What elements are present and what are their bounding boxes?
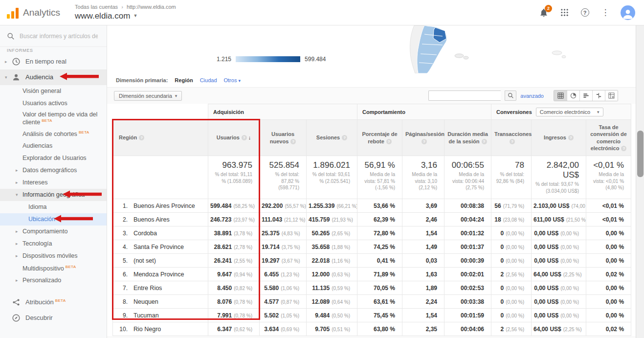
cell-usuarios: 7.991(0,78 %)	[208, 309, 260, 322]
sidebar-item-tecnolog-a[interactable]: ▸Tecnología	[0, 238, 107, 250]
advanced-filter-link[interactable]: avanzado	[520, 93, 544, 99]
region-link[interactable]: Buenos Aires Province	[133, 203, 195, 209]
region-link[interactable]: Mendoza Province	[133, 271, 184, 278]
conversion-type-select[interactable]: Comercio electrónico ▾	[536, 108, 603, 116]
sidebar-item-datos-demogr-ficos[interactable]: ▸Datos demográficos	[0, 164, 107, 177]
chevron-down-icon[interactable]: ▾	[5, 75, 12, 80]
sidebar-item-audiencias[interactable]: Audiencias	[0, 140, 107, 152]
cell-value: 00:04:06	[461, 326, 484, 333]
chevron-right-icon[interactable]: ▸	[16, 168, 22, 173]
region-link[interactable]: Santa Fe Province	[133, 244, 184, 250]
sidebar-item-multidispositivo[interactable]: MultidispositivoBETA	[0, 262, 107, 274]
sidebar-item-dispositivos-m-viles[interactable]: ▸Dispositivos móviles	[0, 250, 107, 262]
region-link[interactable]: (not set)	[133, 257, 156, 264]
argentina-map[interactable]	[298, 25, 572, 73]
cell-percent: (0,50 %)	[332, 313, 350, 318]
region-link[interactable]: Cordoba	[133, 230, 157, 237]
scrollbar-thumb[interactable]	[637, 131, 644, 177]
sidebar-item-descubrir[interactable]: Descubrir	[0, 310, 107, 326]
chevron-down-icon[interactable]: ▾	[16, 192, 22, 198]
more-options-button[interactable]: ⋮	[600, 7, 611, 18]
region-link[interactable]: Buenos Aires	[133, 216, 170, 223]
sidebar-search[interactable]	[0, 25, 107, 47]
notifications-button[interactable]: 2	[538, 7, 549, 18]
region-link[interactable]: Entre Rios	[133, 285, 162, 292]
column-header-region[interactable]: Región?	[113, 120, 208, 156]
table-search-input[interactable]	[428, 90, 501, 101]
cell-ingresos: 611,00 US$(21,50 %)	[532, 213, 586, 226]
sidebar-item-informaci-n-geogr-fica[interactable]: ▾Información geográfica	[0, 189, 107, 201]
region-cell: 3.Cordoba	[113, 226, 208, 240]
region-link[interactable]: Rio Negro	[133, 326, 161, 333]
cell-value: 00:08:38	[461, 203, 484, 209]
group-adquisicion: Adquisición	[208, 104, 357, 120]
sidebar-item-personalizado[interactable]: ▸Personalizado	[0, 274, 107, 287]
cell-percent: (0,00 %)	[506, 313, 524, 318]
column-header-sesiones[interactable]: Sesiones?	[307, 120, 357, 156]
sidebar-item-intereses[interactable]: ▸Intereses	[0, 177, 107, 189]
breadcrumb-property[interactable]: http://www.eldia.com	[127, 4, 176, 10]
view-table-button[interactable]	[554, 90, 567, 101]
column-header-ingresos[interactable]: Ingresos?	[532, 120, 586, 156]
secondary-dimension-button[interactable]: Dimensión secundaria ▾	[114, 91, 182, 101]
sidebar-item-an-lisis-de-cohortes[interactable]: Análisis de cohortesBETA	[0, 128, 107, 140]
cell-duracion-media-sesion: 00:02:01	[444, 268, 491, 281]
sidebar-item-atribuci-n[interactable]: AtribuciónBETA	[0, 294, 107, 310]
legend-gradient-bar	[236, 56, 300, 62]
view-comparison-button[interactable]	[592, 90, 605, 101]
column-header-usuarios-nuevos[interactable]: Usuarios nuevos?	[260, 120, 307, 156]
column-header-tasa-conversion[interactable]: Tasa de conversión de comercio electróni…	[586, 120, 631, 156]
sidebar-item-comportamiento[interactable]: ▸Comportamiento	[0, 225, 107, 238]
cell-percent: (2,56 %)	[506, 327, 524, 332]
view-pivot-button[interactable]	[605, 90, 618, 101]
column-header-duracion-media-sesion[interactable]: Duración media de la sesión?	[444, 120, 491, 156]
sidebar-item-visi-n-general[interactable]: Visión general	[0, 85, 107, 97]
total-value: 1.896.021	[310, 160, 350, 170]
cell-value: 1,63	[426, 271, 437, 278]
column-header-transacciones[interactable]: Transacciones?	[491, 120, 532, 156]
cell-value: 18	[494, 216, 501, 223]
column-header-porcentaje-de-rebote[interactable]: Porcentaje de rebote?	[357, 120, 402, 156]
sidebar-item-valor-del-tiempo-de-vida-del-cliente[interactable]: Valor del tiempo de vida del clienteBETA	[0, 110, 107, 128]
column-header-paginas-sesion[interactable]: Páginas/sesión?	[402, 120, 444, 156]
search-input[interactable]	[20, 33, 98, 40]
cell-percent: (0,00 %)	[560, 231, 579, 236]
sidebar-item-en-tiempo-real[interactable]: ▸En tiempo real	[0, 54, 107, 69]
table-search-button[interactable]	[505, 90, 516, 101]
chevron-right-icon[interactable]: ▸	[16, 278, 22, 283]
cell-percent: (0,69 %)	[281, 327, 299, 332]
chevron-right-icon[interactable]: ▸	[16, 180, 22, 185]
avatar[interactable]	[621, 5, 635, 20]
column-header-usuarios[interactable]: Usuarios?↓	[208, 120, 260, 156]
help-button[interactable]: ?	[579, 7, 590, 18]
apps-grid-button[interactable]	[559, 7, 570, 18]
view-percentage-button[interactable]	[567, 90, 579, 101]
chevron-right-icon[interactable]: ▸	[16, 241, 22, 247]
view-performance-button[interactable]	[579, 90, 592, 101]
breadcrumb-accounts[interactable]: Todas las cuentas	[75, 4, 118, 10]
cell-value: 74,25 %	[374, 244, 395, 250]
cell-value: 8.076	[217, 298, 232, 305]
chevron-right-icon[interactable]: ▸	[16, 253, 22, 259]
sidebar-item-ubicaci-n[interactable]: Ubicación	[0, 213, 107, 225]
vertical-scrollbar[interactable]	[636, 25, 644, 338]
region-link[interactable]: Tucuman	[133, 312, 159, 319]
dimension-ciudad[interactable]: Ciudad	[200, 77, 217, 83]
analytics-logo[interactable]: Analytics	[0, 7, 60, 19]
account-selector[interactable]: www.eldia.com ▼	[75, 11, 176, 21]
region-link[interactable]: Neuquen	[133, 298, 158, 305]
cell-percent: (0,00 %)	[506, 299, 524, 305]
cell-ingresos: 64,00 US$(2,25 %)	[532, 322, 586, 336]
chevron-right-icon[interactable]: ▸	[16, 229, 22, 234]
dimension-region[interactable]: Región	[175, 77, 193, 83]
cell-value: 0	[501, 244, 504, 250]
sidebar-item-idioma[interactable]: Idioma	[0, 201, 107, 213]
sidebar-item-explorador-de-usuarios[interactable]: Explorador de Usuarios	[0, 152, 107, 164]
dimension-otros[interactable]: Otros ▾	[224, 77, 241, 83]
chevron-right-icon[interactable]: ▸	[5, 59, 12, 65]
cell-value: <0,01 %	[602, 216, 624, 223]
cell-value: 0,00 US$	[534, 257, 558, 264]
sidebar-item-audiencia[interactable]: ▾Audiencia	[0, 69, 107, 85]
sidebar-item-usuarios-activos[interactable]: Usuarios activos	[0, 97, 107, 110]
help-icon: ?	[342, 135, 347, 140]
